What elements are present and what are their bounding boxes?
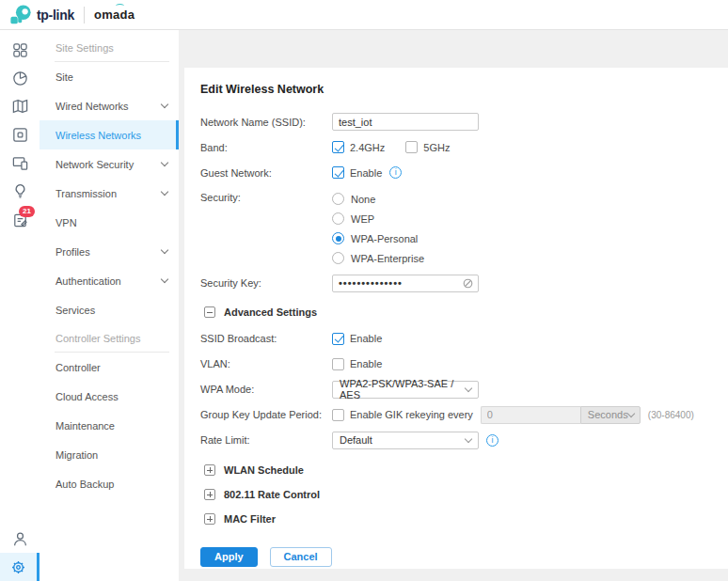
gear-icon — [9, 558, 27, 576]
checkbox-checked-icon[interactable] — [332, 166, 344, 179]
info-icon[interactable]: i — [486, 434, 499, 447]
nav-settings-icon[interactable] — [0, 553, 40, 581]
vlan-enable-option[interactable]: Enable — [332, 358, 382, 370]
security-key-field — [332, 274, 479, 292]
sidebar-item-auto-backup[interactable]: Auto Backup — [40, 469, 179, 498]
chevron-down-icon — [161, 159, 168, 166]
sidebar-item-maintenance[interactable]: Maintenance — [40, 411, 179, 440]
wpa-mode-select[interactable]: WPA2-PSK/WPA3-SAE / AES — [332, 381, 479, 399]
rate-control-toggle[interactable]: 802.11 Rate Control — [204, 489, 709, 500]
security-label: Security: — [200, 189, 332, 203]
security-options: None WEP WPA-Personal WPA-Enterpris — [332, 189, 424, 268]
band-24ghz-option[interactable]: 2.4GHz — [332, 141, 385, 153]
checkbox-checked-icon[interactable] — [332, 141, 344, 153]
omada-wordmark: omada — [94, 8, 135, 22]
nav-log-icon[interactable]: 21 — [0, 205, 40, 233]
expand-plus-icon[interactable] — [204, 464, 215, 476]
brand-divider — [84, 7, 85, 24]
group-key-label: Group Key Update Period: — [200, 409, 332, 420]
rate-control-label: 802.11 Rate Control — [224, 489, 320, 500]
checkbox-unchecked-icon[interactable] — [405, 141, 418, 153]
security-key-input[interactable] — [332, 275, 479, 292]
collapse-minus-icon[interactable] — [204, 306, 215, 318]
radio-selected-icon[interactable] — [332, 232, 344, 244]
radio-unselected-icon[interactable] — [332, 212, 344, 225]
band-5ghz-option[interactable]: 5GHz — [405, 141, 450, 153]
security-option-wpa-personal[interactable]: WPA-Personal — [332, 228, 424, 248]
ssid-broadcast-row: SSID Broadcast: Enable — [200, 330, 709, 348]
group-key-unit-select[interactable]: Seconds — [580, 406, 641, 424]
gik-rekeying-option[interactable]: Enable GIK rekeying every — [332, 409, 473, 421]
checkbox-checked-icon[interactable] — [332, 333, 344, 345]
rate-limit-row: Rate Limit: Default i — [200, 432, 709, 449]
chevron-down-icon — [161, 101, 168, 108]
eye-off-icon — [462, 277, 474, 290]
guest-network-row: Guest Network: Enable i — [200, 164, 709, 181]
advanced-settings-toggle[interactable]: Advanced Settings — [204, 306, 709, 318]
sidebar-item-services[interactable]: Services — [40, 295, 179, 324]
sidebar-item-wired-networks[interactable]: Wired Networks — [40, 91, 179, 120]
cancel-button[interactable]: Cancel — [270, 547, 332, 567]
rate-limit-label: Rate Limit: — [200, 434, 332, 446]
omada-controller-window: tp-link omada — [0, 0, 728, 581]
dashboard-icon — [11, 41, 29, 59]
tp-link-logo-icon — [9, 4, 32, 26]
group-key-value-group: Seconds — [481, 406, 641, 424]
security-row: Security: None WEP WPA-Personal — [200, 189, 709, 268]
nav-statistics-icon[interactable] — [0, 64, 40, 92]
content-area: Edit Wireless Network Network Name (SSID… — [179, 30, 728, 581]
chevron-down-icon — [161, 246, 168, 254]
lightbulb-icon — [11, 182, 29, 200]
sidebar-item-profiles[interactable]: Profiles — [40, 237, 179, 266]
info-icon[interactable]: i — [389, 166, 402, 179]
sidebar-item-vpn[interactable]: VPN — [40, 208, 179, 237]
form-actions: Apply Cancel — [200, 547, 709, 567]
band-label: Band: — [200, 142, 332, 153]
nav-insight-icon[interactable] — [0, 177, 40, 205]
icon-rail: 21 — [0, 30, 40, 581]
sidebar-item-wireless-networks[interactable]: Wireless Networks — [40, 120, 179, 149]
radio-unselected-icon[interactable] — [332, 252, 344, 264]
sidebar-item-network-security[interactable]: Network Security — [40, 149, 179, 179]
sidebar-item-site[interactable]: Site — [40, 62, 179, 91]
sidebar-item-authentication[interactable]: Authentication — [40, 266, 179, 295]
apply-button[interactable]: Apply — [200, 547, 258, 567]
checkbox-unchecked-icon[interactable] — [332, 409, 344, 421]
sidebar-item-controller[interactable]: Controller — [40, 353, 179, 382]
app-header: tp-link omada — [0, 0, 728, 30]
sidebar-section-site-settings: Site Settings — [40, 34, 179, 61]
band-row: Band: 2.4GHz 5GHz — [200, 138, 709, 156]
group-key-row: Group Key Update Period: Enable GIK reke… — [200, 406, 709, 424]
sidebar-item-migration[interactable]: Migration — [40, 440, 179, 469]
mac-filter-toggle[interactable]: MAC Filter — [204, 513, 709, 525]
security-key-row: Security Key: — [200, 274, 709, 292]
radio-unselected-icon[interactable] — [332, 193, 344, 205]
mac-filter-label: MAC Filter — [224, 513, 276, 525]
guest-network-enable-option[interactable]: Enable — [332, 166, 382, 179]
ssid-input[interactable] — [332, 113, 479, 131]
security-option-wpa-enterprise[interactable]: WPA-Enterprise — [332, 248, 424, 268]
nav-devices-icon[interactable] — [0, 120, 40, 149]
nav-clients-icon[interactable] — [0, 149, 40, 177]
wlan-schedule-toggle[interactable]: WLAN Schedule — [204, 464, 709, 476]
sidebar-item-transmission[interactable]: Transmission — [40, 179, 179, 208]
vlan-row: VLAN: Enable — [200, 355, 709, 373]
expand-plus-icon[interactable] — [204, 513, 215, 525]
tp-link-wordmark: tp-link — [37, 8, 74, 23]
ssid-broadcast-enable-option[interactable]: Enable — [332, 333, 382, 345]
rate-limit-select[interactable]: Default — [332, 432, 479, 449]
security-key-label: Security Key: — [200, 277, 332, 289]
nav-account-icon[interactable] — [0, 525, 40, 553]
checkbox-unchecked-icon[interactable] — [332, 358, 344, 370]
password-visibility-toggle[interactable] — [462, 276, 474, 293]
nav-dashboard-icon[interactable] — [0, 36, 40, 64]
nav-map-icon[interactable] — [0, 92, 40, 120]
security-option-wep[interactable]: WEP — [332, 209, 424, 228]
chevron-down-icon — [465, 385, 472, 392]
ssid-broadcast-label: SSID Broadcast: — [200, 333, 332, 344]
sidebar-item-cloud-access[interactable]: Cloud Access — [40, 382, 179, 411]
chevron-down-icon — [161, 188, 168, 196]
security-option-none[interactable]: None — [332, 189, 424, 209]
group-key-value-input[interactable] — [481, 406, 580, 424]
expand-plus-icon[interactable] — [204, 489, 215, 500]
